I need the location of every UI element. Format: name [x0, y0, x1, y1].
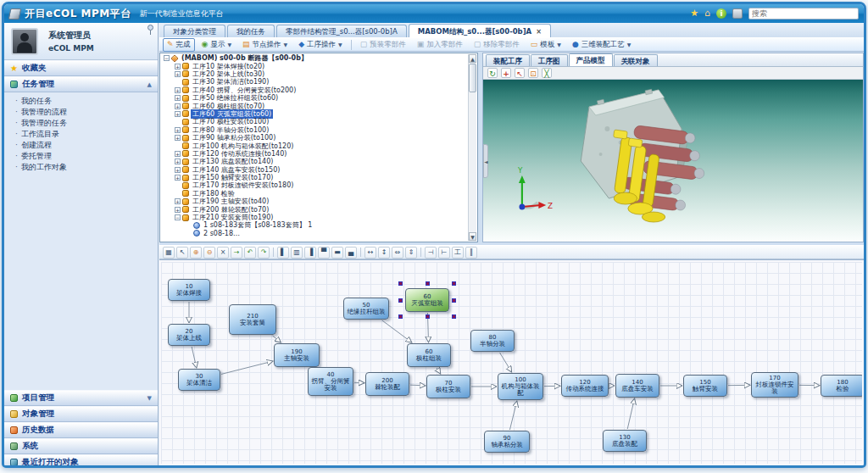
tab-assembly-process[interactable]: 装配工序: [486, 54, 530, 66]
flow-node-140[interactable]: 140底盘车安装: [615, 374, 659, 398]
sidebar-section-recent[interactable]: 最近打开的对象: [4, 454, 158, 468]
tree-expander-icon[interactable]: +: [175, 71, 181, 77]
selection-handle[interactable]: [398, 281, 403, 286]
home-icon[interactable]: ⌂: [704, 8, 710, 19]
sidebar-section-history[interactable]: 历史数据: [4, 422, 158, 438]
align-left-icon[interactable]: ▌: [277, 247, 289, 259]
tree-scrollbar[interactable]: ▲ ▼: [468, 54, 476, 241]
template-menu-button[interactable]: ▭模板▼: [526, 38, 565, 52]
align-top-icon[interactable]: ▀: [318, 247, 330, 259]
align-center-icon[interactable]: ▥: [291, 247, 303, 259]
selection-handle[interactable]: [398, 314, 403, 319]
tree-expander-icon[interactable]: +: [175, 151, 181, 157]
tab-part-structure[interactable]: 零部件结构管理_s0...器[s00-0b]A: [276, 25, 407, 37]
flow-node-180[interactable]: 180检验: [821, 375, 862, 397]
node-ops-menu-button[interactable]: ▤节点操作▼: [238, 38, 292, 52]
sidebar-item-create-flow[interactable]: 创建流程: [4, 140, 158, 151]
finish-button[interactable]: ✎完成: [163, 38, 195, 52]
remove-part-button[interactable]: ▢移除零部件: [470, 38, 524, 52]
flow-node-190[interactable]: 190主轴安装: [274, 343, 320, 367]
user-icon[interactable]: [732, 8, 743, 19]
sidebar-item-work-objects[interactable]: 我的工作对象: [4, 162, 158, 173]
tab-process-drawing[interactable]: 工序图: [531, 54, 568, 66]
selection-handle[interactable]: [426, 314, 430, 319]
tab-product-model[interactable]: 产品模型: [569, 53, 613, 66]
pin-icon[interactable]: [147, 25, 153, 31]
sidebar-section-tasks[interactable]: 任务管理 ▲: [4, 76, 158, 92]
collapse-arrow-icon[interactable]: ▲: [147, 81, 152, 88]
margin-left-icon[interactable]: ⊣: [425, 247, 437, 259]
zoom-out-icon[interactable]: ⊖: [203, 247, 215, 259]
undo-icon[interactable]: ↶: [244, 247, 256, 259]
flow-node-10[interactable]: 10架体焊接: [168, 279, 210, 301]
tree-expander-icon[interactable]: +: [175, 135, 181, 141]
same-width-icon[interactable]: ⇔: [392, 247, 403, 259]
tree-expander-icon[interactable]: +: [175, 207, 181, 213]
sidebar-section-system[interactable]: 系统: [4, 438, 158, 454]
tree-expander-icon[interactable]: −: [175, 214, 181, 220]
align-middle-icon[interactable]: ▬: [331, 247, 343, 259]
model-viewport[interactable]: Y Z ◄: [483, 80, 863, 242]
zoom-in-icon[interactable]: ⊕: [190, 247, 202, 259]
tab-related-objects[interactable]: 关联对象: [614, 54, 658, 66]
tree-expander-icon[interactable]: +: [175, 127, 181, 133]
tree-row[interactable]: 1 s08-183套筒【s08-183套筒】 1: [161, 221, 468, 229]
sidebar-item-my-flows[interactable]: 我管理的流程: [4, 107, 158, 118]
scroll-down-icon[interactable]: ▼: [469, 232, 476, 241]
orbit-icon[interactable]: ↖: [515, 68, 525, 78]
distribute-v-icon[interactable]: ↕: [378, 247, 390, 259]
favorite-star-icon[interactable]: ★: [690, 8, 698, 19]
flow-node-200[interactable]: 200棘轮装配: [365, 372, 409, 396]
flow-node-20[interactable]: 20架体上线: [168, 324, 210, 346]
flow-node-70[interactable]: 70极柱安装: [426, 375, 470, 398]
pan-icon[interactable]: +: [501, 68, 511, 78]
align-right-icon[interactable]: ▐: [304, 247, 316, 259]
flow-node-150[interactable]: 150触臂安装: [683, 375, 727, 397]
flow-node-120[interactable]: 120传动系统连接: [561, 375, 609, 397]
selection-handle[interactable]: [452, 281, 456, 286]
flow-node-50[interactable]: 50绝缘拉杆组装: [343, 298, 389, 320]
flow-node-80[interactable]: 80半轴分装: [470, 330, 515, 352]
tree-expander-icon[interactable]: +: [175, 103, 181, 109]
sidebar-item-workflow-catalog[interactable]: 工作流目录: [4, 129, 158, 140]
grid-icon[interactable]: ▦: [163, 247, 175, 259]
flow-node-30[interactable]: 30架体清洁: [178, 369, 220, 391]
add-part-button[interactable]: ▣加入零部件: [413, 38, 467, 52]
tree-expander-icon[interactable]: +: [175, 111, 181, 117]
tree-expander-icon[interactable]: +: [175, 95, 181, 101]
selection-handle[interactable]: [452, 314, 456, 319]
selection-handle[interactable]: [452, 298, 456, 303]
fit-icon[interactable]: ╳: [542, 68, 552, 78]
distribute-h-icon[interactable]: ↔: [364, 247, 376, 259]
pointer-icon[interactable]: ↖: [176, 247, 188, 259]
sidebar-section-objects[interactable]: 对象管理: [4, 406, 158, 422]
preassemble-button[interactable]: ▢预装零部件: [356, 38, 410, 52]
tab-my-tasks[interactable]: 我的任务: [227, 25, 275, 37]
flow-canvas[interactable]: 10架体焊接20架体上线30架体清洁210安装套筒190主轴安装40拐臂、分闸簧…: [161, 262, 862, 464]
display-menu-button[interactable]: ◉显示▼: [198, 38, 236, 52]
sidebar-item-managed-tasks[interactable]: 我管理的任务: [4, 118, 158, 129]
sidebar-item-delegate[interactable]: 委托管理: [4, 151, 158, 162]
align-bottom-icon[interactable]: ▄: [345, 247, 357, 259]
expand-arrow-icon[interactable]: ▼: [147, 395, 152, 402]
search-input[interactable]: [748, 8, 859, 19]
proc-ops-menu-button[interactable]: ◆工序操作▼: [294, 38, 347, 52]
margin-right-icon[interactable]: ⊢: [438, 247, 450, 259]
flow-node-60b[interactable]: 60极柱组装: [407, 343, 451, 367]
same-height-icon[interactable]: ⇕: [405, 247, 417, 259]
flow-node-100[interactable]: 100机构与箱体装配: [498, 373, 543, 400]
selection-handle[interactable]: [426, 281, 430, 286]
flow-node-130[interactable]: 130底盘装配: [603, 430, 647, 452]
tree-expander-icon[interactable]: +: [175, 87, 181, 93]
tree-expander-icon[interactable]: +: [175, 64, 181, 70]
sidebar-item-my-tasks[interactable]: 我的任务: [4, 96, 158, 107]
flow-node-40[interactable]: 40拐臂、分闸簧安装: [308, 367, 353, 396]
tab-object-classification[interactable]: 对象分类管理: [164, 25, 225, 37]
h-spacing-icon[interactable]: 工: [452, 247, 464, 259]
tree-expander-icon[interactable]: +: [175, 198, 181, 204]
tree-row[interactable]: 2 s08-18…: [161, 230, 468, 237]
tree-expander-icon[interactable]: +: [175, 159, 181, 164]
rotate-icon[interactable]: ↻: [487, 68, 498, 78]
assembly3d-menu-button[interactable]: ●三维装配工艺▼: [568, 38, 635, 52]
flow-node-170[interactable]: 170封板连锁件安装: [751, 372, 798, 398]
